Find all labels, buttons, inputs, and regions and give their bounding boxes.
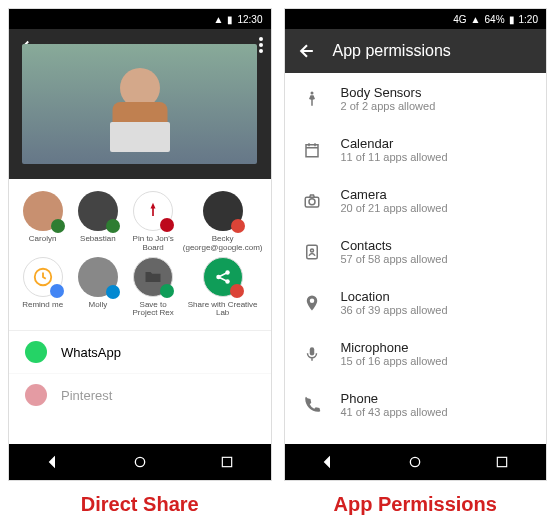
share-icon — [203, 257, 243, 297]
share-target[interactable]: Remind me — [17, 257, 68, 319]
permission-title: Microphone — [341, 340, 448, 355]
share-target-label: Pin to Jon's Board — [128, 235, 179, 253]
share-target[interactable]: Sebastian — [72, 191, 123, 253]
share-target-label: Remind me — [22, 301, 63, 310]
share-target-label: Sebastian — [80, 235, 116, 244]
caption-left: Direct Share — [8, 493, 272, 516]
share-target-label: Save to Project Rex — [128, 301, 179, 319]
svg-rect-10 — [306, 144, 318, 156]
share-target[interactable]: Molly — [72, 257, 123, 319]
badge-icon — [51, 219, 65, 233]
share-target-label: Molly — [89, 301, 108, 310]
share-target[interactable]: Pin to Jon's Board — [128, 191, 179, 253]
app-name: Pinterest — [61, 388, 112, 403]
nav-recent-icon[interactable] — [493, 453, 511, 471]
app-permissions-phone: 4G ▲ 64% ▮ 1:20 App permissions Body Sen… — [284, 8, 548, 481]
avatar — [203, 191, 243, 231]
battery-text: 64% — [485, 14, 505, 25]
permission-subtitle: 20 of 21 apps allowed — [341, 202, 448, 214]
permission-item[interactable]: Calendar11 of 11 apps allowed — [285, 124, 547, 175]
battery-icon: ▮ — [509, 14, 515, 25]
permission-title: Contacts — [341, 238, 448, 253]
mic-icon — [303, 345, 323, 363]
app-icon — [25, 384, 47, 406]
app-name: WhatsApp — [61, 345, 121, 360]
share-target-label: Share with Creative Lab — [183, 301, 263, 319]
pin-icon — [133, 191, 173, 231]
permission-title: Phone — [341, 391, 448, 406]
permission-title: Calendar — [341, 136, 448, 151]
svg-point-0 — [259, 37, 263, 41]
permission-subtitle: 57 of 58 apps allowed — [341, 253, 448, 265]
nav-recent-icon[interactable] — [218, 453, 236, 471]
share-target[interactable]: Carolyn — [17, 191, 68, 253]
app-icon — [25, 341, 47, 363]
share-target-label: Becky (george@google.com) — [183, 235, 263, 253]
badge-icon — [230, 284, 244, 298]
permission-item[interactable]: Contacts57 of 58 apps allowed — [285, 226, 547, 277]
nav-home-icon[interactable] — [131, 453, 149, 471]
phone-icon — [303, 396, 323, 414]
signal-icon: ▲ — [214, 14, 224, 25]
share-grid: CarolynSebastianPin to Jon's BoardBecky … — [9, 179, 271, 330]
nav-bar — [9, 444, 271, 480]
body-icon — [303, 90, 323, 108]
avatar — [23, 191, 63, 231]
avatar — [78, 257, 118, 297]
svg-point-7 — [135, 457, 144, 466]
permission-subtitle: 36 of 39 apps allowed — [341, 304, 448, 316]
permission-item[interactable]: Body Sensors2 of 2 apps allowed — [285, 73, 547, 124]
badge-icon — [106, 219, 120, 233]
nav-back-icon[interactable] — [319, 453, 337, 471]
permission-subtitle: 15 of 16 apps allowed — [341, 355, 448, 367]
folder-icon — [133, 257, 173, 297]
share-target-label: Carolyn — [29, 235, 57, 244]
direct-share-phone: ▲ ▮ 12:30 CarolynSebastianPin to Jon's B… — [8, 8, 272, 481]
svg-point-9 — [310, 91, 313, 94]
svg-point-2 — [259, 49, 263, 53]
share-target[interactable]: Share with Creative Lab — [183, 257, 263, 319]
badge-icon — [231, 219, 245, 233]
svg-point-16 — [411, 457, 420, 466]
permission-subtitle: 11 of 11 apps allowed — [341, 151, 448, 163]
nav-home-icon[interactable] — [406, 453, 424, 471]
permission-title: Body Sensors — [341, 85, 436, 100]
badge-icon — [160, 218, 174, 232]
location-icon — [303, 294, 323, 312]
svg-point-12 — [309, 198, 315, 204]
nav-back-icon[interactable] — [44, 453, 62, 471]
permission-title: Camera — [341, 187, 448, 202]
permission-title: Location — [341, 289, 448, 304]
status-bar: 4G ▲ 64% ▮ 1:20 — [285, 9, 547, 29]
permission-subtitle: 41 of 43 apps allowed — [341, 406, 448, 418]
calendar-icon — [303, 141, 323, 159]
permission-item[interactable]: Phone41 of 43 apps allowed — [285, 379, 547, 430]
signal-icon: ▲ — [471, 14, 481, 25]
svg-rect-17 — [498, 457, 507, 466]
more-icon[interactable] — [259, 37, 263, 53]
network-text: 4G — [453, 14, 466, 25]
svg-rect-8 — [222, 457, 231, 466]
app-row[interactable]: WhatsApp — [9, 330, 271, 373]
hero-image — [9, 29, 271, 179]
nav-bar — [285, 444, 547, 480]
badge-icon — [106, 285, 120, 299]
permission-item[interactable]: Camera20 of 21 apps allowed — [285, 175, 547, 226]
status-bar: ▲ ▮ 12:30 — [9, 9, 271, 29]
svg-rect-15 — [309, 347, 314, 355]
clock-icon — [23, 257, 63, 297]
app-row[interactable]: Pinterest — [9, 373, 271, 416]
clock-text: 1:20 — [519, 14, 538, 25]
permission-item[interactable]: Microphone15 of 16 apps allowed — [285, 328, 547, 379]
svg-point-14 — [310, 249, 313, 252]
svg-point-1 — [259, 43, 263, 47]
badge-icon — [160, 284, 174, 298]
badge-icon — [50, 284, 64, 298]
share-target[interactable]: Save to Project Rex — [128, 257, 179, 319]
title-bar: App permissions — [285, 29, 547, 73]
permission-item[interactable]: Location36 of 39 apps allowed — [285, 277, 547, 328]
caption-right: App Permissions — [284, 493, 548, 516]
share-target[interactable]: Becky (george@google.com) — [183, 191, 263, 253]
contacts-icon — [303, 243, 323, 261]
back-icon[interactable] — [297, 41, 317, 61]
